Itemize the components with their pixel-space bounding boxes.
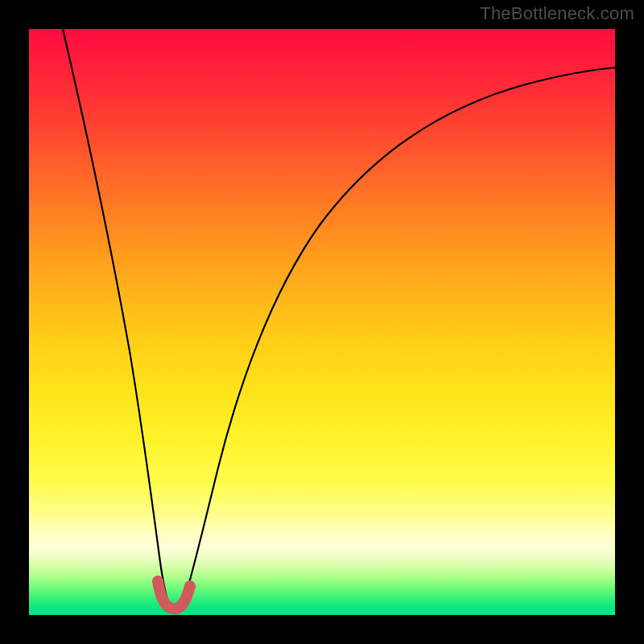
curve-layer [29, 29, 615, 615]
watermark-text: TheBottleneck.com [480, 3, 634, 24]
optimal-range-marker [158, 581, 190, 609]
chart-frame: TheBottleneck.com [0, 0, 644, 644]
plot-area [29, 29, 615, 615]
curve-right-branch [182, 68, 615, 607]
curve-left-branch [63, 29, 170, 607]
